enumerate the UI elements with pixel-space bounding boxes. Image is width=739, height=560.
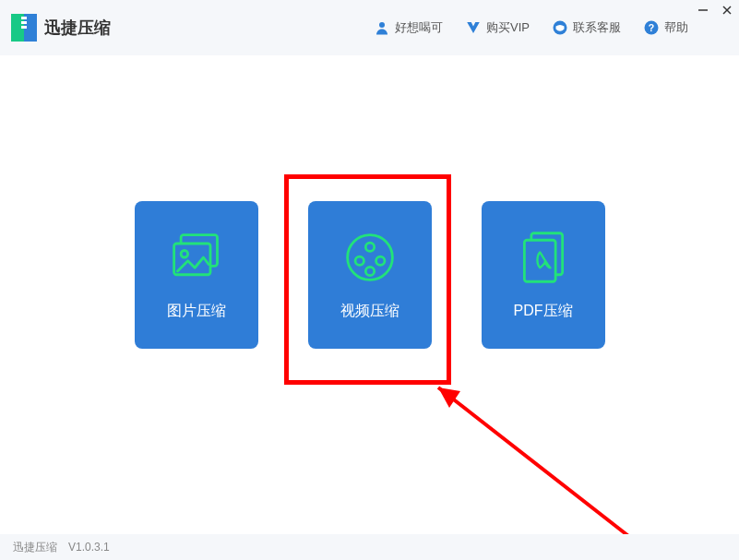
svg-point-19	[365, 267, 374, 275]
app-logo-wrap: 迅捷压缩	[11, 14, 111, 42]
user-icon	[374, 19, 390, 36]
app-logo-icon	[11, 14, 37, 42]
close-button[interactable]	[721, 4, 733, 17]
svg-point-16	[365, 243, 374, 251]
svg-point-5	[379, 22, 385, 28]
main-area: 图片压缩 视频压缩 PDF压缩	[0, 55, 739, 534]
pdf-compress-card[interactable]: PDF压缩	[482, 201, 605, 349]
svg-text:?: ?	[649, 22, 654, 33]
support-label: 联系客服	[573, 19, 621, 36]
image-icon	[169, 230, 224, 285]
svg-rect-2	[21, 17, 27, 19]
image-compress-label: 图片压缩	[167, 302, 226, 321]
help-link[interactable]: ? 帮助	[643, 19, 688, 36]
help-icon: ?	[643, 19, 660, 36]
svg-line-22	[438, 387, 649, 552]
status-version: V1.0.3.1	[68, 541, 110, 554]
status-bar: 迅捷压缩 V1.0.3.1	[0, 534, 739, 560]
pdf-compress-label: PDF压缩	[514, 302, 573, 321]
svg-marker-23	[438, 387, 460, 408]
top-links: 好想喝可 购买VIP 联系客服 ? 帮助	[374, 0, 688, 55]
video-compress-card[interactable]: 视频压缩	[308, 201, 432, 349]
svg-rect-21	[524, 240, 555, 281]
pdf-icon	[516, 230, 571, 285]
support-link[interactable]: 联系客服	[552, 19, 621, 36]
video-icon	[342, 230, 398, 285]
window-controls	[697, 4, 733, 17]
help-label: 帮助	[664, 19, 688, 36]
user-label: 好想喝可	[395, 19, 443, 36]
minimize-button[interactable]	[697, 4, 709, 17]
image-compress-card[interactable]: 图片压缩	[135, 201, 258, 349]
cards-row: 图片压缩 视频压缩 PDF压缩	[0, 201, 739, 349]
status-app-name: 迅捷压缩	[13, 540, 57, 555]
video-compress-label: 视频压缩	[340, 302, 399, 321]
app-title: 迅捷压缩	[44, 17, 111, 39]
vip-label: 购买VIP	[486, 19, 530, 36]
svg-rect-4	[21, 26, 27, 29]
vip-link[interactable]: 购买VIP	[465, 19, 530, 36]
user-link[interactable]: 好想喝可	[374, 19, 443, 36]
svg-rect-3	[21, 21, 27, 24]
vip-icon	[465, 19, 482, 36]
support-icon	[552, 19, 568, 36]
title-bar: 迅捷压缩 好想喝可 购买VIP 联系客服 ?	[0, 0, 739, 55]
annotation-arrow-icon	[420, 369, 660, 560]
svg-point-17	[355, 256, 364, 265]
svg-point-18	[375, 256, 384, 265]
